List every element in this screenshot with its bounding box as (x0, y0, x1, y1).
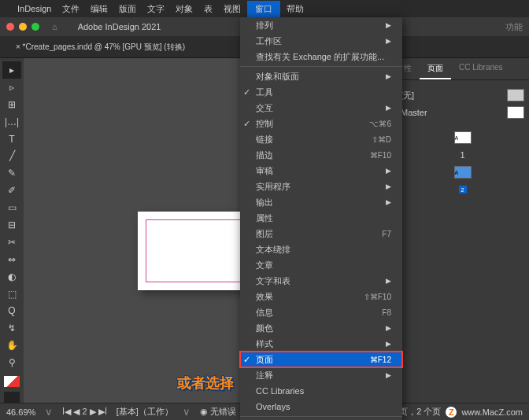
rectangle-tool[interactable]: ⊟ (2, 216, 21, 234)
tool-palette: ▸ ▹ ⊞ |…| T ╱ ✎ ✐ ▭ ⊟ ✂ ⇔ ◐ ⬚ Q ↯ ✋ ⚲ (0, 58, 24, 403)
free-transform-tool[interactable]: ⇔ (2, 251, 21, 268)
document-tab[interactable]: × *Create_pages.indd @ 47% [GPU 预览] (转换) (16, 42, 185, 53)
pen-tool[interactable]: ✎ (2, 164, 21, 182)
menu-item[interactable]: 效果⇧⌘F10 (240, 289, 402, 304)
menu-edit[interactable]: 编辑 (91, 3, 108, 15)
home-icon[interactable]: ⌂ (52, 22, 57, 31)
menu-item[interactable]: 输出▶ (240, 194, 402, 210)
macz-logo-icon: Z (446, 407, 457, 418)
window-menu-dropdown: 排列▶工作区▶查找有关 Exchange 的扩展功能...对象和版面▶✓工具交互… (240, 17, 402, 420)
menu-item[interactable]: 文本绕排 (240, 241, 402, 257)
app-title: Adobe InDesign 2021 (78, 22, 161, 31)
direct-selection-tool[interactable]: ▹ (2, 79, 21, 96)
close-traffic-light[interactable] (6, 23, 14, 31)
preflight-status[interactable]: ◉ 无错误 (200, 406, 236, 418)
menu-layout[interactable]: 版面 (119, 3, 136, 15)
minimize-traffic-light[interactable] (19, 23, 27, 31)
menu-item[interactable]: 查找有关 Exchange 的扩展功能... (240, 49, 402, 64)
workspace-label[interactable]: [基本]（工作） (117, 406, 173, 418)
menu-item[interactable]: 排列▶ (240, 17, 402, 33)
menu-view[interactable]: 视图 (224, 3, 241, 15)
page-thumb-2[interactable]: A (454, 166, 472, 179)
menu-table[interactable]: 表 (204, 3, 213, 15)
rectangle-frame-tool[interactable]: ▭ (2, 199, 21, 216)
zoom-tool[interactable]: ⚲ (2, 354, 21, 371)
page-nav[interactable]: ⅼ◀ ◀ 2 ▶ ▶ⅼ (62, 407, 106, 417)
hand-tool[interactable]: ✋ (2, 337, 21, 354)
menu-item[interactable]: ✓工具 (240, 84, 402, 100)
menu-item[interactable]: 文章 (240, 257, 402, 273)
pencil-tool[interactable]: ✐ (2, 182, 21, 199)
note-tool[interactable]: ⬚ (2, 286, 21, 303)
menu-object[interactable]: 对象 (176, 3, 193, 15)
menu-item[interactable]: ✓页面⌘F12 (240, 352, 402, 367)
color-theme-tool[interactable]: Q (2, 302, 21, 319)
eyedropper-tool[interactable]: ↯ (2, 319, 21, 337)
system-menubar: InDesign 文件 编辑 版面 文字 对象 表 视图 窗口 帮助 (0, 0, 529, 17)
menu-item[interactable]: 链接⇧⌘D (240, 131, 402, 147)
menu-item[interactable]: 图层F7 (240, 226, 402, 241)
none-master-thumb[interactable] (507, 89, 524, 101)
app-menu[interactable]: InDesign (17, 4, 51, 13)
menu-item[interactable]: 信息F8 (240, 304, 402, 320)
maximize-traffic-light[interactable] (31, 23, 39, 31)
menu-file[interactable]: 文件 (62, 3, 80, 15)
menu-item[interactable]: 工作区▶ (240, 33, 402, 49)
menu-window[interactable]: 窗口 (247, 1, 280, 17)
page-tool[interactable]: ⊞ (2, 96, 21, 113)
page-number-1: 1 (460, 150, 464, 160)
gap-tool[interactable]: |…| (2, 113, 21, 131)
selection-tool[interactable]: ▸ (2, 61, 21, 79)
menu-item[interactable]: 交互▶ (240, 100, 402, 116)
menu-item[interactable]: 样式▶ (240, 336, 402, 352)
scissors-tool[interactable]: ✂ (2, 234, 21, 251)
master-label[interactable]: Master (401, 108, 427, 117)
master-thumb[interactable] (507, 106, 524, 119)
menu-item[interactable]: 描边⌘F10 (240, 147, 402, 163)
fill-stroke-swatch[interactable] (4, 376, 20, 387)
none-master-label[interactable]: [无] (401, 90, 414, 101)
menu-item[interactable]: 审稿▶ (240, 163, 402, 179)
gradient-tool[interactable]: ◐ (2, 268, 21, 286)
menu-item[interactable]: 文字和表▶ (240, 273, 402, 289)
right-panel: 性 页面 CC Libraries [无] Master A 1 A 2 (395, 58, 529, 403)
menu-item[interactable]: 属性 (240, 210, 402, 226)
menu-item[interactable]: ✓控制⌥⌘6 (240, 116, 402, 131)
menu-item[interactable]: 对象和版面▶ (240, 68, 402, 84)
menu-item[interactable]: 注释▶ (240, 367, 402, 383)
menu-type[interactable]: 文字 (147, 3, 165, 15)
panel-tab-pages[interactable]: 页面 (420, 58, 451, 79)
watermark: www.MacZ.com (461, 407, 523, 417)
menu-item[interactable]: 颜色▶ (240, 320, 402, 336)
feature-button[interactable]: 功能 (505, 21, 523, 33)
page-thumb-1[interactable]: A (454, 131, 472, 144)
menu-item[interactable]: Overlays (240, 399, 402, 414)
menu-item[interactable]: CC Libraries (240, 383, 402, 399)
zoom-level[interactable]: 46.69% (6, 407, 35, 417)
panel-tab-cclibraries[interactable]: CC Libraries (451, 58, 511, 79)
default-swatch[interactable] (4, 392, 20, 403)
line-tool[interactable]: ╱ (2, 147, 21, 164)
menu-help[interactable]: 帮助 (287, 3, 304, 15)
type-tool[interactable]: T (2, 131, 21, 148)
page-number-2: 2 (459, 186, 467, 193)
menu-item[interactable]: 实用程序▶ (240, 179, 402, 194)
